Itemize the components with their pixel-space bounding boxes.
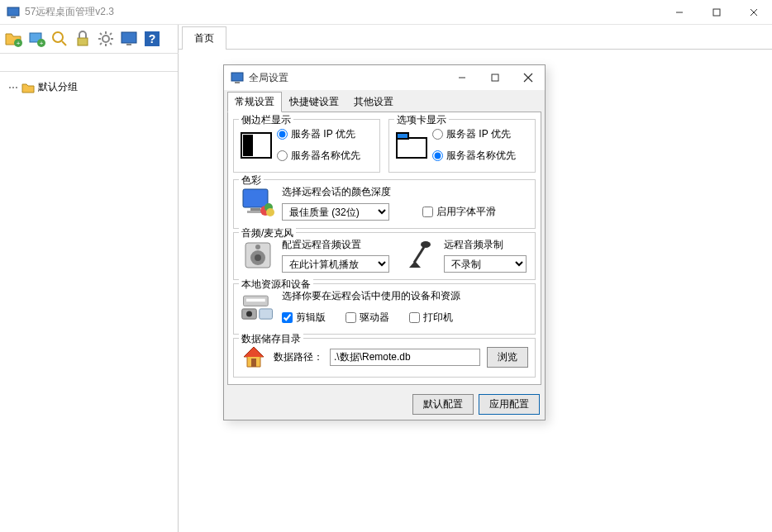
svg-point-52 (246, 311, 252, 317)
svg-rect-38 (250, 208, 260, 211)
checkbox-printers[interactable]: 打印机 (409, 311, 453, 325)
svg-text:?: ? (149, 32, 156, 45)
svg-point-47 (421, 241, 431, 248)
svg-line-12 (62, 41, 66, 45)
dialog-footer: 默认配置 应用配置 (224, 389, 545, 420)
dialog-tab-general[interactable]: 常规设置 (227, 92, 282, 112)
app-title: 57远程桌面管理v2.3 (25, 5, 660, 19)
svg-point-45 (255, 254, 261, 261)
svg-rect-3 (713, 9, 720, 16)
svg-rect-24 (126, 44, 131, 45)
dialog-close-button[interactable] (512, 65, 545, 90)
svg-point-11 (53, 32, 63, 42)
checkbox-drives[interactable]: 驱动器 (345, 311, 389, 325)
sidebar-search-box[interactable] (0, 54, 178, 72)
dialog-tab-other[interactable]: 其他设置 (346, 92, 401, 112)
tree-expand-icon: ⋯ (8, 82, 18, 93)
svg-rect-36 (397, 133, 408, 139)
svg-rect-28 (235, 82, 240, 83)
tree-item-default-group[interactable]: ⋯ 默认分组 (5, 78, 173, 96)
minimize-button[interactable] (660, 0, 698, 25)
svg-text:+: + (17, 40, 21, 47)
dialog-body: 侧边栏显示 服务器 IP 优先 服务器名称优先 选项卡显示 服务器 IP 优先 … (227, 112, 541, 385)
folder-icon (21, 82, 35, 93)
app-icon (7, 6, 20, 19)
tab-home[interactable]: 首页 (182, 26, 226, 50)
dialog-tabstrip: 常规设置 快捷键设置 其他设置 (224, 90, 545, 112)
maximize-button[interactable] (698, 0, 735, 25)
radio-sidebar-ip[interactable]: 服务器 IP 优先 (277, 127, 360, 141)
svg-point-46 (255, 245, 260, 249)
search-icon[interactable] (50, 29, 69, 49)
data-path-label: 数据路径： (274, 350, 323, 364)
default-config-button[interactable]: 默认配置 (412, 394, 474, 415)
monitor-icon[interactable] (119, 29, 139, 49)
sidebar-tree: ⋯ 默认分组 (0, 72, 178, 532)
svg-rect-35 (397, 138, 427, 158)
svg-point-42 (266, 208, 274, 216)
speaker-icon (241, 238, 275, 273)
settings-dialog: 全局设置 常规设置 快捷键设置 其他设置 侧边栏显示 服务器 IP 优先 服务器… (223, 64, 546, 420)
svg-rect-0 (7, 7, 19, 16)
dialog-tab-shortcut[interactable]: 快捷键设置 (282, 92, 346, 112)
content-tabstrip: 首页 (179, 25, 772, 50)
group-title: 选项卡显示 (394, 113, 449, 127)
svg-rect-27 (231, 73, 243, 81)
group-sidebar-display: 侧边栏显示 服务器 IP 优先 服务器名称优先 (233, 119, 380, 173)
svg-rect-54 (251, 359, 256, 367)
audio-record-select[interactable]: 不录制 (444, 255, 527, 273)
svg-line-21 (100, 43, 102, 45)
svg-rect-37 (243, 189, 268, 207)
tree-item-label: 默认分组 (38, 80, 78, 94)
svg-point-14 (102, 36, 109, 42)
svg-rect-23 (122, 32, 136, 43)
svg-rect-1 (11, 17, 16, 18)
house-icon (241, 344, 267, 370)
dialog-icon (231, 71, 244, 84)
radio-tab-name[interactable]: 服务器名称优先 (432, 149, 516, 163)
toolbar: + + ? (0, 25, 179, 54)
help-icon[interactable]: ? (142, 29, 162, 49)
svg-line-19 (100, 33, 102, 35)
svg-line-22 (110, 33, 112, 35)
group-color: 色彩 选择远程会话的颜色深度 最佳质量 (32位) 启用字体平滑 (233, 179, 536, 229)
add-group-icon[interactable]: + (3, 29, 23, 49)
group-data-dir: 数据储存目录 数据路径： 浏览 (233, 338, 536, 378)
group-tab-display: 选项卡显示 服务器 IP 优先 服务器名称优先 (388, 119, 536, 173)
sidebar: + + ? ⋯ 默认分组 (0, 25, 179, 532)
group-title: 侧边栏显示 (239, 113, 293, 127)
sidebar-layout-icon (241, 132, 272, 159)
monitor-color-icon (241, 186, 275, 221)
lock-icon[interactable] (73, 29, 93, 49)
close-button[interactable] (735, 0, 772, 25)
dialog-titlebar: 全局设置 (224, 65, 545, 90)
group-audio: 音频/麦克风 配置远程音频设置 在此计算机播放 远程音频录制 不录制 (233, 232, 536, 280)
devices-icon (241, 291, 275, 325)
radio-sidebar-name[interactable]: 服务器名称优先 (277, 149, 360, 163)
checkbox-font-smoothing[interactable]: 启用字体平滑 (422, 205, 496, 219)
color-depth-select[interactable]: 最佳质量 (32位) (282, 203, 389, 221)
microphone-icon (403, 238, 437, 273)
settings-icon[interactable] (96, 29, 116, 49)
svg-rect-50 (246, 299, 265, 302)
audio-play-select[interactable]: 在此计算机播放 (282, 255, 389, 273)
dialog-minimize-button[interactable] (446, 65, 479, 90)
svg-line-20 (110, 43, 112, 45)
svg-rect-13 (78, 38, 88, 45)
svg-text:+: + (40, 40, 44, 47)
dialog-maximize-button[interactable] (479, 65, 512, 90)
data-path-input[interactable] (330, 349, 480, 366)
apply-config-button[interactable]: 应用配置 (479, 394, 540, 415)
svg-rect-53 (260, 309, 273, 319)
svg-rect-34 (243, 135, 253, 156)
dialog-title: 全局设置 (249, 71, 446, 85)
group-devices: 本地资源和设备 选择你要在远程会话中使用的设备和资源 剪辑版 驱动器 打印机 (233, 283, 536, 335)
checkbox-clipboard[interactable]: 剪辑版 (282, 311, 326, 325)
add-server-icon[interactable]: + (26, 29, 46, 49)
radio-tab-ip[interactable]: 服务器 IP 优先 (432, 127, 516, 141)
main-titlebar: 57远程桌面管理v2.3 (0, 0, 772, 25)
browse-button[interactable]: 浏览 (487, 347, 528, 368)
svg-rect-30 (492, 74, 498, 81)
svg-line-48 (414, 247, 424, 263)
tab-layout-icon (396, 132, 427, 159)
